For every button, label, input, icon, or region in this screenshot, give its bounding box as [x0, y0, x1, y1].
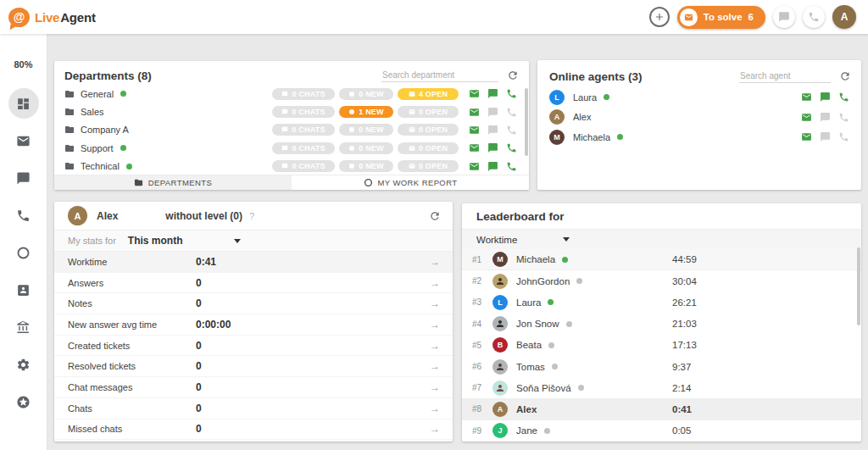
call-department-button[interactable]: [506, 88, 517, 99]
add-button[interactable]: [649, 7, 670, 27]
tab-departments[interactable]: DEPARTMENTS: [54, 175, 292, 190]
chats-button[interactable]: [773, 6, 795, 28]
email-agent-button[interactable]: [801, 92, 812, 103]
stat-row[interactable]: Created tickets0→: [54, 336, 453, 357]
email-department-button[interactable]: [469, 88, 480, 99]
calls-button[interactable]: [803, 6, 825, 28]
department-row[interactable]: Sales0 CHATS1 NEW0 OPEN: [54, 103, 529, 120]
online-dot: [604, 94, 609, 100]
leaderboard-row[interactable]: #6Tomas9:37: [462, 356, 861, 377]
to-solve-button[interactable]: To solve 6: [677, 6, 765, 29]
call-department-button[interactable]: [506, 107, 517, 118]
agent-row[interactable]: MMichaela: [537, 127, 861, 147]
leaderboard-row[interactable]: #8AAlex0:41: [462, 398, 861, 419]
email-department-button[interactable]: [469, 161, 480, 172]
chat-department-button[interactable]: [487, 161, 498, 172]
call-department-button[interactable]: [506, 161, 517, 172]
sidebar-item-contacts[interactable]: [8, 275, 39, 305]
sidebar-item-mail[interactable]: [8, 125, 39, 156]
leaderboard-row[interactable]: #5BBeata17:13: [462, 335, 861, 356]
chat-agent-button[interactable]: [820, 112, 831, 123]
my-stats-panel: A Alex without level (0) ? My stats for …: [54, 202, 453, 442]
stat-row[interactable]: New answer avg time0:00:00→: [54, 314, 453, 336]
chat-department-button[interactable]: [487, 125, 498, 136]
phone-icon: [506, 107, 517, 118]
phone-icon: [506, 161, 517, 172]
agent-name: Laura: [573, 92, 597, 103]
help-icon[interactable]: ?: [249, 211, 254, 221]
search-agent-input[interactable]: [739, 69, 831, 83]
refresh-departments-button[interactable]: [507, 69, 519, 81]
stat-label: Notes: [68, 298, 92, 308]
stats-period-dropdown[interactable]: This month: [128, 235, 241, 247]
leaderboard-rows: #1MMichaela44:59#2JohnGordon30:04#3LLaur…: [462, 249, 861, 442]
agent-row[interactable]: AAlex: [537, 108, 861, 128]
open-tickets-badge: 0 OPEN: [398, 106, 459, 118]
email-agent-button[interactable]: [801, 112, 812, 123]
sidebar-item-star[interactable]: [8, 386, 39, 417]
user-avatar[interactable]: A: [832, 5, 856, 29]
chats-badge: 0 CHATS: [272, 160, 335, 172]
email-agent-button[interactable]: [801, 131, 812, 142]
chat-department-button[interactable]: [487, 88, 498, 99]
rank-label: #7: [472, 383, 492, 392]
leaderboard-row[interactable]: #1MMichaela44:59: [462, 249, 861, 270]
liveagent-logo[interactable]: @ Live Agent: [8, 8, 96, 27]
call-agent-button[interactable]: [838, 112, 849, 123]
department-row[interactable]: General0 CHATS0 NEW4 OPEN: [54, 85, 529, 103]
arrow-right-icon: →: [430, 423, 440, 435]
stat-row[interactable]: Resolved tickets0→: [54, 356, 453, 377]
stat-row[interactable]: Missed chats0→: [54, 419, 453, 441]
call-agent-button[interactable]: [838, 131, 849, 142]
sidebar-item-chat[interactable]: [8, 163, 39, 193]
leaderboard-row[interactable]: #2JohnGordon30:04: [462, 270, 861, 292]
history-icon: [16, 246, 31, 260]
call-agent-button[interactable]: [838, 92, 849, 103]
stat-row[interactable]: Notes0→: [54, 293, 453, 314]
leaderboard-metric-dropdown[interactable]: Worktime: [462, 229, 861, 249]
chat-department-button[interactable]: [487, 107, 498, 118]
department-row[interactable]: Support0 CHATS0 NEW0 OPEN: [54, 139, 529, 157]
sidebar-item-phone[interactable]: [8, 200, 39, 231]
sidebar-item-dashboard[interactable]: [8, 88, 39, 119]
agent-row[interactable]: LLaura: [537, 87, 861, 108]
leaderboard-row[interactable]: #7Soňa Pišová2:14: [462, 377, 861, 398]
mail-icon: [801, 131, 812, 142]
departments-scrollbar[interactable]: [525, 88, 528, 156]
department-row[interactable]: Technical0 CHATS0 NEW0 OPEN: [54, 158, 529, 175]
stat-row[interactable]: Answers0→: [54, 273, 453, 294]
email-department-button[interactable]: [469, 107, 480, 118]
leaderboard-row[interactable]: #3LLaura26:21: [462, 292, 861, 313]
call-department-button[interactable]: [506, 125, 517, 136]
phone-icon: [16, 208, 31, 223]
email-department-button[interactable]: [469, 125, 480, 136]
stat-label: Missed chats: [68, 424, 122, 434]
rank-label: #2: [472, 276, 492, 286]
mail-icon: [409, 126, 415, 133]
phone-icon: [506, 142, 517, 153]
stat-row[interactable]: Worktime0:41→: [54, 252, 453, 273]
tab-my-work-report[interactable]: MY WORK REPORT: [292, 175, 529, 190]
search-department-input[interactable]: [381, 69, 498, 82]
chat-agent-button[interactable]: [820, 92, 831, 103]
stat-value: 0:00:00: [196, 319, 231, 331]
stat-row[interactable]: Chats0→: [54, 398, 453, 419]
department-rows: General0 CHATS0 NEW4 OPENSales0 CHATS1 N…: [54, 85, 529, 175]
chat-agent-button[interactable]: [820, 131, 831, 142]
refresh-stats-button[interactable]: [429, 210, 441, 222]
sidebar-item-history[interactable]: [8, 237, 39, 268]
agent-avatar: B: [492, 337, 508, 353]
call-department-button[interactable]: [506, 142, 517, 153]
chat-department-button[interactable]: [487, 142, 498, 153]
sidebar-item-bank[interactable]: [8, 312, 39, 342]
leaderboard-scrollbar[interactable]: [857, 247, 860, 325]
leaderboard-row[interactable]: #4Jon Snow21:03: [462, 314, 861, 335]
refresh-agents-button[interactable]: [839, 70, 851, 82]
leaderboard-row[interactable]: #9JJane0:05: [462, 420, 861, 442]
stat-row[interactable]: Chat messages0→: [54, 377, 453, 398]
department-row[interactable]: Company A0 CHATS0 NEW0 OPEN: [54, 121, 529, 139]
sidebar-item-settings[interactable]: [8, 349, 39, 380]
status-dot: [552, 364, 558, 369]
email-department-button[interactable]: [469, 142, 480, 153]
mail-icon: [469, 88, 480, 99]
